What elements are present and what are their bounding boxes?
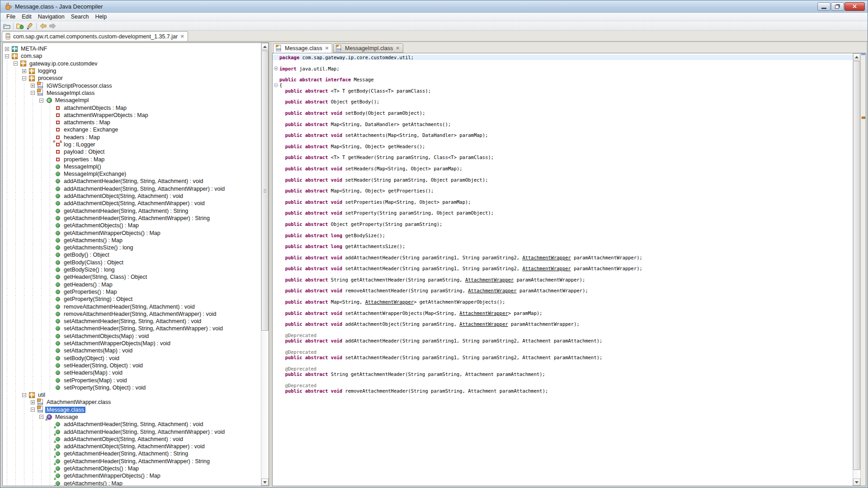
tree-item[interactable]: setProperty(String, Object) : void (3, 384, 261, 391)
tree-item[interactable]: getAttachmentHeader(String, Attachment) … (3, 207, 261, 215)
menu-edit[interactable]: Edit (19, 13, 35, 20)
tree-item[interactable]: getAttachmentObjects() : Map (3, 222, 261, 229)
tree-item[interactable]: getAttachmentsSize() : long (3, 244, 261, 251)
tree-item[interactable]: −gateway.ip.core.customdev (3, 60, 261, 67)
tree-item[interactable]: properties : Map (3, 155, 261, 163)
tree-expander[interactable]: − (28, 406, 37, 413)
search-button[interactable] (25, 22, 35, 30)
tree-expander[interactable]: − (37, 97, 46, 104)
tree-expander[interactable]: − (3, 52, 11, 60)
tree-item[interactable]: getAttachmentWrapperObjects() : Map (3, 229, 261, 236)
tree-item[interactable]: attachmentWrapperObjects : Map (3, 112, 261, 119)
tree-item[interactable]: attachmentObjects : Map (3, 104, 261, 111)
tree-item[interactable]: AgetAttachments() : Map (3, 480, 261, 486)
tree-item[interactable]: setAttachmentWrapperObjects(Map) : void (3, 340, 261, 347)
tree-item[interactable]: setAttachmentHeader(String, String, Atta… (3, 318, 261, 325)
tree-item[interactable]: getBody(Class) : Object (3, 259, 261, 266)
tree-item[interactable]: MessageImpl() (3, 163, 261, 170)
tab-close-icon[interactable]: ✕ (180, 34, 184, 39)
tree-item[interactable]: setAttachmentObjects(Map) : void (3, 333, 261, 340)
close-button[interactable]: ✕ (844, 2, 865, 11)
tree-expander[interactable]: − (11, 60, 20, 67)
tree-item[interactable]: AaddAttachmentHeader(String, String, Att… (3, 421, 261, 428)
tree-item[interactable]: AgetAttachmentHeader(String, Attachment)… (3, 450, 261, 457)
tree-expander[interactable]: − (20, 75, 28, 82)
jar-tab[interactable]: 010 com.sap.gw.rt.camel.components.custo… (2, 31, 188, 41)
back-button[interactable] (38, 22, 48, 30)
tree-item[interactable]: getAttachments() : Map (3, 237, 261, 244)
tree-item[interactable]: AgetAttachmentObjects() : Map (3, 465, 261, 472)
code-tab-messageimpl.class[interactable]: 010MessageImpl.class✕ (333, 43, 403, 53)
tree-item[interactable]: setBody(Object) : void (3, 354, 261, 361)
code-tab-message.class[interactable]: 010Message.class✕ (273, 43, 332, 53)
tree-item[interactable]: FSlog : ILogger (3, 141, 261, 148)
menu-navigation[interactable]: Navigation (35, 13, 68, 20)
tree-vertical-scrollbar[interactable] (261, 43, 269, 486)
tab-close-icon[interactable]: ✕ (325, 46, 329, 51)
scrollbar-thumb[interactable] (853, 61, 860, 470)
tree-item[interactable]: getProperties() : Map (3, 288, 261, 296)
open-type-button[interactable] (15, 22, 25, 30)
tree-item[interactable]: +AttachmentWrapper.class (3, 399, 261, 406)
tree-item[interactable]: +META-INF (3, 45, 261, 52)
tree-expander[interactable]: + (3, 45, 11, 52)
tree-item[interactable]: attachments : Map (3, 119, 261, 126)
annotation-ruler[interactable] (860, 53, 866, 486)
forward-button[interactable] (48, 22, 58, 30)
tree-item[interactable]: −CMessageImpl (3, 97, 261, 104)
tab-close-icon[interactable]: ✕ (396, 46, 399, 51)
menu-help[interactable]: Help (92, 13, 110, 20)
fold-collapse-icon[interactable]: − (274, 83, 278, 87)
tree-expander[interactable]: − (20, 391, 28, 399)
tree-item[interactable]: headers : Map (3, 134, 261, 141)
tree-item[interactable]: removeAttachmentHeader(String, Attachmen… (3, 303, 261, 310)
tree-item[interactable]: getBody() : Object (3, 251, 261, 258)
tree-item[interactable]: −MessageImpl.class (3, 89, 261, 97)
scroll-down-button[interactable] (853, 479, 860, 486)
tree-expander[interactable]: − (28, 89, 37, 97)
tree-item[interactable]: MessageImpl(Exchange) (3, 170, 261, 178)
scrollbar-track[interactable] (261, 50, 269, 479)
tree-item[interactable]: getBodySize() : long (3, 266, 261, 273)
tree-item[interactable]: +logging (3, 67, 261, 75)
tree-item[interactable]: +IGWScriptProcessor.class (3, 82, 261, 89)
tree-item[interactable]: getProperty(String) : Object (3, 296, 261, 303)
fold-expand-icon[interactable]: + (274, 66, 278, 70)
title-bar[interactable]: Message.class - Java Decompiler ✕ (0, 0, 868, 13)
tree-item[interactable]: AaddAttachmentObject(String, Attachment)… (3, 436, 261, 443)
tree-item[interactable]: payload : Object (3, 148, 261, 155)
menu-file[interactable]: File (3, 13, 19, 20)
tree-item[interactable]: addAttachmentHeader(String, String, Atta… (3, 178, 261, 185)
tree-item[interactable]: removeAttachmentHeader(String, Attachmen… (3, 310, 261, 318)
tree-expander[interactable]: − (37, 413, 46, 421)
tree-item[interactable]: getAttachmentHeader(String, AttachmentWr… (3, 215, 261, 222)
code-vertical-scrollbar[interactable] (853, 53, 860, 486)
tree-item[interactable]: AgetAttachmentWrapperObjects() : Map (3, 472, 261, 479)
tree-item[interactable]: addAttachmentObject(String, Attachment) … (3, 192, 261, 200)
tree-item[interactable]: setProperties(Map) : void (3, 376, 261, 384)
tree-expander[interactable]: + (20, 67, 28, 75)
tree-item[interactable]: AaddAttachmentObject(String, AttachmentW… (3, 443, 261, 450)
minimize-button[interactable] (817, 2, 830, 11)
tree-expander[interactable]: + (28, 82, 37, 89)
tree-item[interactable]: −com.sap (3, 52, 261, 60)
scrollbar-track[interactable] (853, 61, 860, 479)
tree-item[interactable]: AgetAttachmentHeader(String, AttachmentW… (3, 458, 261, 465)
tree-item[interactable]: setHeaders(Map) : void (3, 369, 261, 376)
tree-item[interactable]: −Message.class (3, 406, 261, 413)
source-code[interactable]: package com.sap.gateway.ip.core.customde… (273, 53, 853, 486)
tree-item[interactable]: −util (3, 391, 261, 399)
tree-item[interactable]: −processor (3, 75, 261, 82)
scrollbar-thumb[interactable] (261, 51, 269, 331)
scroll-down-button[interactable] (261, 479, 269, 486)
tree-item[interactable]: getHeaders() : Map (3, 281, 261, 288)
menu-search[interactable]: Search (68, 13, 92, 20)
tree-item[interactable]: setHeader(String, Object) : void (3, 362, 261, 369)
scroll-up-button[interactable] (261, 43, 269, 50)
maximize-button[interactable] (831, 2, 844, 11)
tree-expander[interactable]: + (28, 399, 37, 406)
tree-item[interactable]: addAttachmentObject(String, AttachmentWr… (3, 200, 261, 207)
tree-item[interactable]: setAttachmentHeader(String, String, Atta… (3, 325, 261, 332)
tree-item[interactable]: AaddAttachmentHeader(String, String, Att… (3, 428, 261, 435)
tree-item[interactable]: addAttachmentHeader(String, String, Atta… (3, 185, 261, 192)
